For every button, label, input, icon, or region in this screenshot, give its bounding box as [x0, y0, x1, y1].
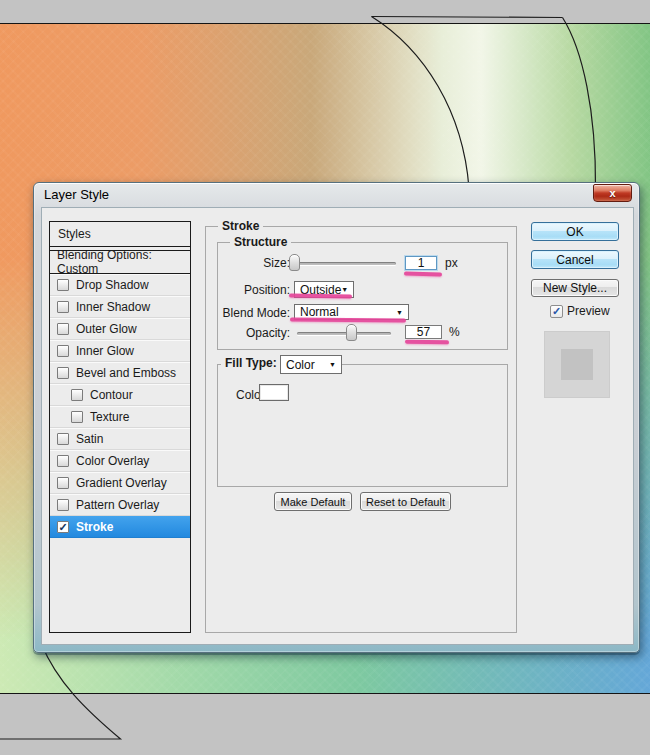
sidebar-item-gradient-overlay[interactable]: Gradient Overlay [50, 472, 190, 494]
blend-mode-dropdown[interactable]: Normal ▼ [294, 304, 409, 320]
stroke-color-swatch[interactable] [259, 384, 289, 401]
sidebar-item-label: Color Overlay [76, 454, 149, 468]
fill-type-group: Fill Type: Color ▼ Color: [217, 364, 508, 487]
position-value: Outside [300, 283, 341, 297]
position-dropdown[interactable]: Outside ▼ [294, 281, 354, 298]
sidebar-item-color-overlay[interactable]: Color Overlay [50, 450, 190, 472]
dialog-client-area: Styles Blending Options: CustomDrop Shad… [41, 207, 634, 645]
checkbox-unchecked-icon[interactable] [71, 411, 83, 423]
layer-style-dialog: Layer Style x Styles Blending Options: C… [33, 182, 640, 653]
size-slider-thumb[interactable] [289, 254, 300, 271]
sidebar-item-label: Inner Shadow [76, 300, 150, 314]
sidebar-item-label: Bevel and Emboss [76, 366, 176, 380]
checkbox-unchecked-icon[interactable] [71, 389, 83, 401]
cancel-button[interactable]: Cancel [531, 250, 619, 269]
structure-legend: Structure [230, 235, 291, 249]
stroke-panel-legend: Stroke [218, 219, 263, 233]
new-style-button[interactable]: New Style... [531, 279, 619, 297]
sidebar-item-label: Drop Shadow [76, 278, 149, 292]
structure-group: Structure Size: px Position: Outside ▼ B… [217, 242, 508, 350]
size-unit: px [445, 256, 458, 270]
blend-mode-value: Normal [300, 305, 339, 319]
style-preview-swatch [561, 349, 593, 380]
sidebar-item-satin[interactable]: Satin [50, 428, 190, 450]
preview-label: Preview [567, 304, 610, 318]
desktop-bottom-bar [0, 694, 650, 755]
color-label: Color: [196, 388, 268, 402]
fill-type-dropdown[interactable]: Color ▼ [280, 355, 342, 374]
fill-type-value: Color [286, 358, 315, 372]
chevron-down-icon: ▼ [329, 361, 336, 368]
dialog-titlebar[interactable]: Layer Style x [34, 183, 639, 207]
make-default-button[interactable]: Make Default [274, 492, 352, 511]
sidebar-item-label: Contour [90, 388, 133, 402]
opacity-input[interactable] [405, 325, 442, 339]
checkbox-unchecked-icon[interactable] [57, 499, 69, 511]
sidebar-item-blending-options-custom[interactable]: Blending Options: Custom [50, 251, 190, 274]
styles-list-header: Styles [50, 222, 190, 247]
sidebar-item-label: Pattern Overlay [76, 498, 159, 512]
sidebar-style-list: Blending Options: CustomDrop ShadowInner… [50, 251, 190, 538]
opacity-slider-thumb[interactable] [346, 324, 357, 341]
sidebar-item-inner-glow[interactable]: Inner Glow [50, 340, 190, 362]
styles-list: Styles Blending Options: CustomDrop Shad… [49, 221, 191, 633]
sidebar-item-label: Satin [76, 432, 103, 446]
checkbox-unchecked-icon[interactable] [57, 323, 69, 335]
checkbox-unchecked-icon[interactable] [57, 301, 69, 313]
checkbox-checked-icon[interactable]: ✓ [57, 521, 69, 533]
position-label: Position: [218, 283, 290, 297]
sidebar-item-inner-shadow[interactable]: Inner Shadow [50, 296, 190, 318]
sidebar-item-label: Inner Glow [76, 344, 134, 358]
chevron-down-icon: ▼ [396, 309, 403, 316]
stroke-panel: Stroke Structure Size: px Position: Outs… [205, 226, 517, 633]
ok-button[interactable]: OK [531, 222, 619, 241]
sidebar-item-outer-glow[interactable]: Outer Glow [50, 318, 190, 340]
sidebar-item-label: Texture [90, 410, 129, 424]
sidebar-item-label: Stroke [76, 520, 113, 534]
checkbox-unchecked-icon[interactable] [57, 367, 69, 379]
sidebar-item-drop-shadow[interactable]: Drop Shadow [50, 274, 190, 296]
sidebar-item-bevel-and-emboss[interactable]: Bevel and Emboss [50, 362, 190, 384]
checkbox-unchecked-icon[interactable] [57, 455, 69, 467]
opacity-unit: % [449, 325, 460, 339]
sidebar-item-contour[interactable]: Contour [50, 384, 190, 406]
checkbox-unchecked-icon[interactable] [57, 279, 69, 291]
blend-mode-label: Blend Mode: [218, 306, 290, 320]
sidebar-item-texture[interactable]: Texture [50, 406, 190, 428]
sidebar-item-label: Outer Glow [76, 322, 137, 336]
checkbox-unchecked-icon[interactable] [57, 477, 69, 489]
sidebar-item-stroke[interactable]: ✓Stroke [50, 516, 190, 538]
close-icon[interactable]: x [593, 184, 632, 202]
preview-option: ✓ Preview [550, 304, 610, 318]
style-preview-thumbnail [544, 331, 610, 398]
desktop-top-bar [0, 0, 650, 23]
fill-type-label: Fill Type: [221, 356, 281, 370]
size-slider-track[interactable] [292, 262, 396, 265]
sidebar-item-pattern-overlay[interactable]: Pattern Overlay [50, 494, 190, 516]
sidebar-item-label: Blending Options: Custom [57, 248, 190, 276]
chevron-down-icon: ▼ [341, 286, 348, 293]
preview-checkbox[interactable]: ✓ [550, 305, 563, 318]
sidebar-item-label: Gradient Overlay [76, 476, 167, 490]
checkbox-unchecked-icon[interactable] [57, 433, 69, 445]
size-label: Size: [218, 256, 290, 270]
opacity-slider-track[interactable] [297, 332, 391, 335]
dialog-title: Layer Style [44, 187, 109, 202]
checkbox-unchecked-icon[interactable] [57, 345, 69, 357]
size-input[interactable] [405, 256, 437, 270]
opacity-label: Opacity: [218, 326, 290, 340]
reset-to-default-button[interactable]: Reset to Default [360, 492, 451, 511]
screenshot-root: { "window": { "title": "Layer Style" }, … [0, 0, 650, 755]
